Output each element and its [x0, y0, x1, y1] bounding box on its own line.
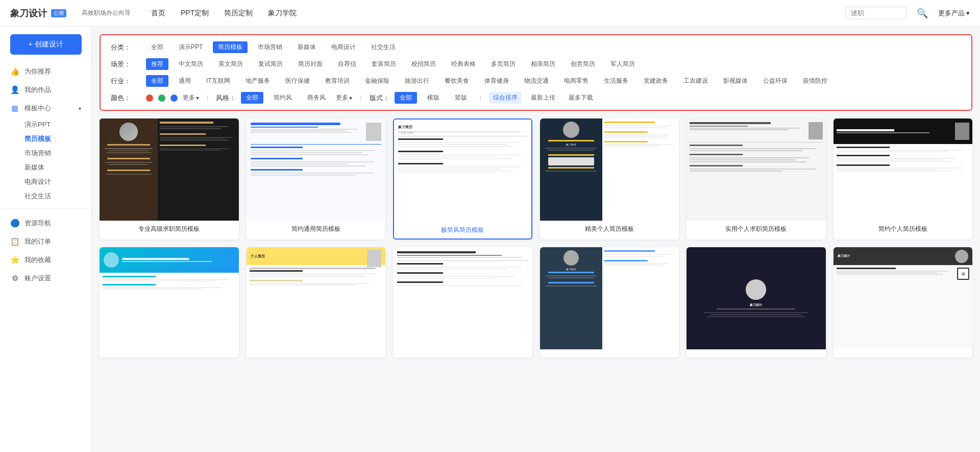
sidebar-label-myworks: 我的作品	[24, 85, 51, 94]
template-card-5[interactable]: 实用个人求职简历模板	[687, 118, 826, 240]
template-grid-row2: 个人简历	[100, 247, 972, 358]
template-card-3[interactable]: 象刀简历 广东省广州市...	[393, 118, 532, 240]
ind-finance[interactable]: 金融保险	[360, 75, 395, 87]
search-icon[interactable]: 🔍	[917, 8, 928, 19]
nav-resume[interactable]: 简历定制	[224, 9, 253, 18]
ind-it[interactable]: IT互联网	[201, 75, 235, 87]
scene-recommend[interactable]: 推荐	[146, 58, 168, 70]
cat-ppt[interactable]: 演示PPT	[174, 41, 208, 53]
template-thumb-11: 象刀设计	[687, 247, 826, 349]
template-thumb-5	[687, 118, 826, 221]
template-card-7[interactable]	[100, 247, 239, 358]
style-all[interactable]: 全部	[241, 92, 263, 104]
ind-general[interactable]: 通用	[174, 75, 196, 87]
sort-popular[interactable]: 最多下载	[565, 92, 597, 104]
format-all[interactable]: 全部	[395, 92, 417, 104]
ind-ecom[interactable]: 电商零售	[559, 75, 594, 87]
chevron-down-icon: ▾	[196, 94, 199, 102]
template-thumb-2	[247, 118, 386, 221]
ind-life[interactable]: 生活服务	[599, 75, 633, 87]
ind-all[interactable]: 全部	[146, 75, 168, 87]
ind-epidemic[interactable]: 疫情防控	[798, 75, 832, 87]
sidebar-item-myworks[interactable]: 👤 我的作品	[0, 81, 91, 99]
sidebar-item-order[interactable]: 📋 我的订单	[0, 232, 91, 251]
sidebar-item-ecommerce[interactable]: 电商设计	[0, 175, 91, 189]
ind-sports[interactable]: 体育健身	[479, 75, 514, 87]
template-card-12[interactable]: 象刀设计 ⊞	[834, 247, 973, 358]
sidebar-item-ppt[interactable]: 演示PPT	[0, 117, 91, 132]
ind-food[interactable]: 餐饮美食	[439, 75, 474, 87]
nav-academy[interactable]: 象刀学院	[268, 9, 297, 18]
cat-all[interactable]: 全部	[146, 41, 168, 53]
logo-badge: 公测	[51, 9, 66, 17]
scene-package[interactable]: 套装简历	[366, 58, 401, 70]
color-more[interactable]: 更多 ▾	[183, 93, 199, 102]
color-green[interactable]	[158, 94, 165, 102]
template-title-5: 实用个人求职简历模板	[687, 221, 826, 237]
ind-media[interactable]: 影视媒体	[718, 75, 753, 87]
sidebar-item-collect[interactable]: ⭐ 我的收藏	[0, 251, 91, 269]
ind-medical[interactable]: 医疗保健	[280, 75, 315, 87]
template-card-8[interactable]: 个人简历	[247, 247, 386, 358]
template-card-1[interactable]: 专业高级求职简历模板	[100, 118, 239, 240]
sidebar-item-settings[interactable]: ⚙ 账户设置	[0, 269, 91, 288]
tagline: 高效职场办公向导	[82, 9, 131, 17]
template-card-6[interactable]: 简约个人简历模板	[834, 118, 973, 240]
ind-logistics[interactable]: 物流交通	[519, 75, 554, 87]
color-blue[interactable]	[170, 94, 178, 102]
format-portrait[interactable]: 竖版	[450, 92, 472, 104]
style-business[interactable]: 商务风	[302, 92, 331, 104]
resource-icon: 🔵	[10, 219, 19, 228]
ind-travel[interactable]: 旅游出行	[400, 75, 434, 87]
template-card-11[interactable]: 象刀设计	[687, 247, 826, 358]
scene-en[interactable]: 英文简历	[213, 58, 248, 70]
cat-social[interactable]: 社交生活	[366, 41, 401, 53]
scene-dating[interactable]: 相亲简历	[526, 58, 560, 70]
nav-home[interactable]: 首页	[151, 9, 165, 18]
nav-ppt[interactable]: PPT定制	[181, 9, 209, 18]
template-title-12	[834, 349, 973, 358]
format-landscape[interactable]: 横版	[422, 92, 445, 104]
sidebar-item-newmedia[interactable]: 新媒体	[0, 160, 91, 175]
style-simple[interactable]: 简约风	[268, 92, 297, 104]
ind-party[interactable]: 党建政务	[639, 75, 673, 87]
create-design-button[interactable]: + 创建设计	[10, 34, 82, 55]
ind-realestate[interactable]: 地产服务	[240, 75, 275, 87]
scene-classic[interactable]: 经典表格	[446, 58, 481, 70]
ind-agriculture[interactable]: 工农建设	[678, 75, 713, 87]
template-title-6: 简约个人简历模板	[834, 221, 973, 237]
template-thumb-10: 象刀简历	[540, 247, 679, 349]
sidebar-item-recommend[interactable]: 👍 为你推荐	[0, 62, 91, 81]
scene-cn[interactable]: 中文简历	[174, 58, 208, 70]
template-card-9[interactable]	[393, 247, 532, 358]
style-more[interactable]: 更多 ▾	[336, 93, 352, 102]
scene-creative[interactable]: 创意简历	[566, 58, 600, 70]
sidebar-item-resume[interactable]: 简历模板	[0, 132, 91, 146]
sort-latest[interactable]: 最新上传	[527, 92, 559, 104]
cat-newmedia[interactable]: 新媒体	[292, 41, 321, 53]
template-card-2[interactable]: 简约通用简历模板	[247, 118, 386, 240]
scene-interview[interactable]: 复试简历	[253, 58, 288, 70]
scene-military[interactable]: 军人简历	[605, 58, 640, 70]
cat-resume[interactable]: 简历模板	[213, 41, 248, 53]
sidebar-item-social[interactable]: 社交生活	[0, 189, 91, 203]
cat-marketing[interactable]: 市场营销	[253, 41, 287, 53]
scene-label: 场景：	[111, 60, 131, 69]
sidebar-item-marketing[interactable]: 市场营销	[0, 146, 91, 160]
scene-cover[interactable]: 简历封面	[293, 58, 328, 70]
ind-edu[interactable]: 教育培训	[320, 75, 355, 87]
more-products[interactable]: 更多产品 ▾	[938, 9, 970, 18]
template-card-4[interactable]: 象刀务所	[540, 118, 679, 240]
scene-letter[interactable]: 自荐信	[333, 58, 361, 70]
cat-ecommerce[interactable]: 电商设计	[326, 41, 361, 53]
sort-comprehensive[interactable]: 综合排序	[489, 92, 522, 104]
sidebar-item-resource[interactable]: 🔵 资源导航	[0, 214, 91, 232]
sidebar-item-templates[interactable]: ▦ 模板中心 ▾	[0, 99, 91, 117]
scene-multi[interactable]: 多页简历	[486, 58, 521, 70]
search-input[interactable]	[845, 7, 906, 19]
logo-area: 象刀设计 公测	[10, 7, 66, 19]
color-red[interactable]	[146, 94, 153, 102]
ind-ngo[interactable]: 公益环保	[758, 75, 793, 87]
scene-campus[interactable]: 校招简历	[406, 58, 441, 70]
template-card-10[interactable]: 象刀简历	[540, 247, 679, 358]
